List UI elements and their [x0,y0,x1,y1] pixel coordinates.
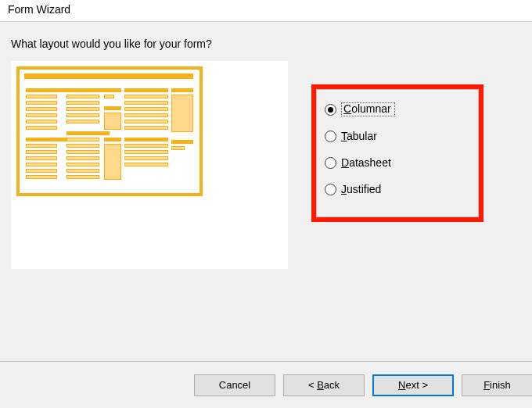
option-tabular[interactable]: Tabular [325,126,470,146]
radio-icon [325,157,336,169]
prompt-text: What layout would you like for your form… [11,38,521,50]
cancel-button[interactable]: Cancel [194,374,275,396]
option-label: Justified [341,184,381,195]
layout-preview [11,61,288,269]
option-justified[interactable]: Justified [325,179,470,199]
wizard-body: What layout would you like for your form… [0,22,532,361]
next-button[interactable]: Next > [372,374,454,396]
option-label: Columnar [341,102,395,116]
options-highlight: Columnar Tabular Datasheet Justified [311,84,483,222]
radio-icon [325,184,336,195]
option-label: Tabular [341,131,377,142]
window-title: Form Wizard [8,3,70,16]
option-label: Datasheet [341,157,391,169]
wizard-footer: Cancel < Back Next > Finish [0,361,532,408]
option-datasheet[interactable]: Datasheet [325,152,470,173]
body-row: Columnar Tabular Datasheet Justified [11,61,521,269]
finish-button[interactable]: Finish [462,374,532,396]
layout-options: Columnar Tabular Datasheet Justified [316,89,479,217]
option-columnar[interactable]: Columnar [325,99,470,120]
title-bar: Form Wizard [0,0,532,22]
radio-icon [325,104,336,116]
back-button[interactable]: < Back [283,374,365,396]
radio-icon [325,131,336,142]
preview-graphic [16,66,203,196]
